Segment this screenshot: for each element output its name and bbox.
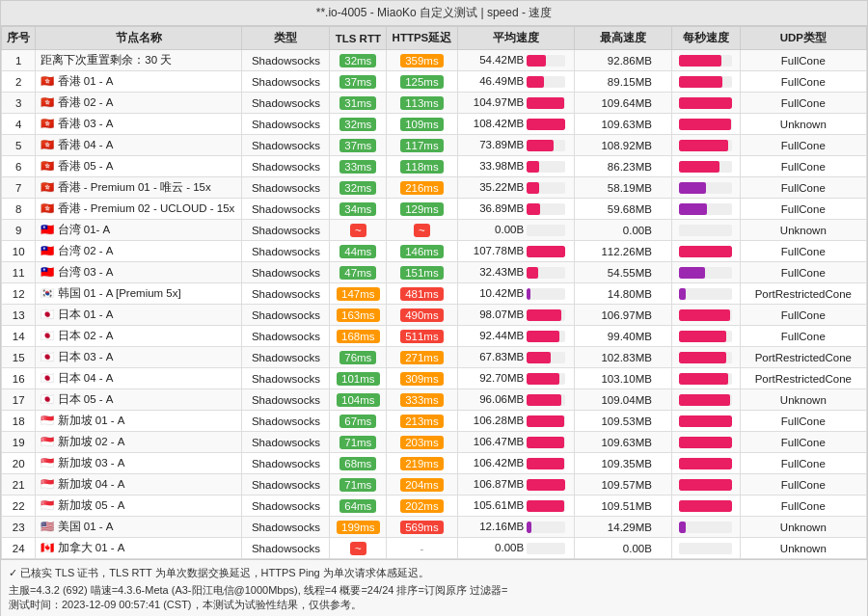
cell-type: Shadowsocks xyxy=(242,135,330,156)
tls-badge: 76ms xyxy=(339,351,376,364)
cell-avg-speed: 67.83MB xyxy=(457,347,574,368)
max-speed-value: 102.83MB xyxy=(594,352,652,363)
table-row: 6 🇭🇰 香港 05 - A Shadowsocks 33ms 118ms 33… xyxy=(2,156,867,177)
cell-avg-speed: 108.42MB xyxy=(457,114,574,135)
tls-badge: 31ms xyxy=(339,96,376,110)
table-row: 11 🇹🇼 台湾 03 - A Shadowsocks 47ms 151ms 3… xyxy=(2,262,867,283)
cell-https-delay: 113ms xyxy=(387,93,457,114)
https-badge: 113ms xyxy=(400,96,444,110)
cell-per-sec xyxy=(671,135,740,156)
cell-udp-type: FullCone xyxy=(740,453,866,474)
cell-per-sec xyxy=(671,389,740,411)
cell-seq: 6 xyxy=(2,156,36,177)
cell-type: Shadowsocks xyxy=(242,262,330,283)
tls-badge: 67ms xyxy=(339,415,376,428)
cell-tls-rtt: ~ xyxy=(330,538,387,559)
cell-seq: 9 xyxy=(2,220,36,241)
table-row: 2 🇭🇰 香港 01 - A Shadowsocks 37ms 125ms 46… xyxy=(2,71,867,93)
cell-per-sec xyxy=(671,347,740,368)
cell-seq: 13 xyxy=(2,305,36,326)
tls-badge: 104ms xyxy=(337,393,380,407)
cell-name: 距离下次重置剩余：30 天 xyxy=(36,50,242,71)
https-badge: 125ms xyxy=(400,75,444,89)
cell-type: Shadowsocks xyxy=(242,389,330,411)
cell-avg-speed: 107.78MB xyxy=(457,241,574,262)
header-tls-rtt: TLS RTT xyxy=(330,27,387,50)
avg-speed-value: 32.43MB xyxy=(466,266,524,278)
cell-tls-rtt: 37ms xyxy=(330,135,387,156)
cell-https-delay: 481ms xyxy=(387,283,457,305)
max-speed-value: 89.15MB xyxy=(594,76,652,88)
cell-per-sec xyxy=(671,71,740,93)
table-row: 12 🇰🇷 韩国 01 - A [Premium 5x] Shadowsocks… xyxy=(2,283,867,305)
avg-speed-value: 98.07MB xyxy=(466,308,524,320)
header-udp-type: UDP类型 xyxy=(740,27,866,50)
max-speed-value: 106.97MB xyxy=(594,309,652,321)
max-speed-value: 108.92MB xyxy=(594,140,652,151)
cell-max-speed: 14.29MB xyxy=(574,517,671,538)
table-row: 23 🇺🇸 美国 01 - A Shadowsocks 199ms 569ms … xyxy=(2,517,867,538)
max-speed-value: 0.00B xyxy=(594,543,652,554)
cell-per-sec xyxy=(671,326,740,347)
cell-avg-speed: 10.42MB xyxy=(457,283,574,305)
cell-max-speed: 92.86MB xyxy=(574,50,671,71)
max-speed-value: 109.63MB xyxy=(594,437,652,448)
cell-per-sec xyxy=(671,305,740,326)
cell-https-delay: - xyxy=(387,538,457,559)
cell-avg-speed: 104.97MB xyxy=(457,93,574,114)
cell-per-sec xyxy=(671,199,740,220)
window-title: **.io-4005 - MiaoKo 自定义测试 | speed - 速度 xyxy=(316,6,553,19)
cell-udp-type: FullCone xyxy=(740,135,866,156)
cell-avg-speed: 35.22MB xyxy=(457,177,574,199)
cell-max-speed: 109.53MB xyxy=(574,411,671,432)
table-row: 22 🇸🇬 新加坡 05 - A Shadowsocks 64ms 202ms … xyxy=(2,495,867,517)
cell-type: Shadowsocks xyxy=(242,411,330,432)
cell-avg-speed: 33.98MB xyxy=(457,156,574,177)
cell-https-delay: 490ms xyxy=(387,305,457,326)
cell-udp-type: FullCone xyxy=(740,411,866,432)
avg-speed-value: 12.16MB xyxy=(466,521,524,532)
cell-udp-type: PortRestrictedCone xyxy=(740,283,866,305)
cell-type: Shadowsocks xyxy=(242,50,330,71)
cell-tls-rtt: 47ms xyxy=(330,262,387,283)
max-speed-value: 109.57MB xyxy=(594,479,652,491)
cell-per-sec xyxy=(671,368,740,389)
cell-udp-type: Unknown xyxy=(740,220,866,241)
cell-max-speed: 108.92MB xyxy=(574,135,671,156)
cell-tls-rtt: 71ms xyxy=(330,474,387,495)
cell-seq: 12 xyxy=(2,283,36,305)
cell-max-speed: 86.23MB xyxy=(574,156,671,177)
cell-udp-type: FullCone xyxy=(740,156,866,177)
cell-udp-type: FullCone xyxy=(740,326,866,347)
cell-name: 🇸🇬 新加坡 01 - A xyxy=(36,411,242,432)
max-speed-value: 112.26MB xyxy=(594,246,652,257)
max-speed-value: 92.86MB xyxy=(594,55,652,67)
cell-seq: 17 xyxy=(2,389,36,411)
tls-badge: 163ms xyxy=(337,308,380,322)
cell-udp-type: FullCone xyxy=(740,177,866,199)
https-badge: - xyxy=(420,543,424,554)
tls-badge: 37ms xyxy=(339,75,376,89)
tls-badge: 101ms xyxy=(337,372,380,386)
cell-type: Shadowsocks xyxy=(242,347,330,368)
cell-name: 🇰🇷 韩国 01 - A [Premium 5x] xyxy=(36,283,242,305)
max-speed-value: 86.23MB xyxy=(594,161,652,173)
cell-name: 🇸🇬 新加坡 03 - A xyxy=(36,453,242,474)
cell-tls-rtt: 147ms xyxy=(330,283,387,305)
table-row: 8 🇭🇰 香港 - Premium 02 - UCLOUD - 15x Shad… xyxy=(2,199,867,220)
cell-name: 🇯🇵 日本 02 - A xyxy=(36,326,242,347)
cell-name: 🇭🇰 香港 05 - A xyxy=(36,156,242,177)
tls-badge: 47ms xyxy=(339,266,376,280)
header-name: 节点名称 xyxy=(36,27,242,50)
cell-type: Shadowsocks xyxy=(242,538,330,559)
tls-badge: 33ms xyxy=(339,160,376,174)
max-speed-value: 54.55MB xyxy=(594,267,652,279)
cell-name: 🇭🇰 香港 - Premium 01 - 唯云 - 15x xyxy=(36,177,242,199)
cell-type: Shadowsocks xyxy=(242,453,330,474)
cell-seq: 19 xyxy=(2,432,36,453)
checkbox-label: ✓ 已核实 TLS 证书，TLS RTT 为单次数据交换延迟，HTTPS Pin… xyxy=(9,566,429,580)
cell-https-delay: ~ xyxy=(387,220,457,241)
avg-speed-value: 33.98MB xyxy=(466,160,524,172)
max-speed-value: 109.64MB xyxy=(594,97,652,109)
tls-badge: 32ms xyxy=(339,54,376,67)
